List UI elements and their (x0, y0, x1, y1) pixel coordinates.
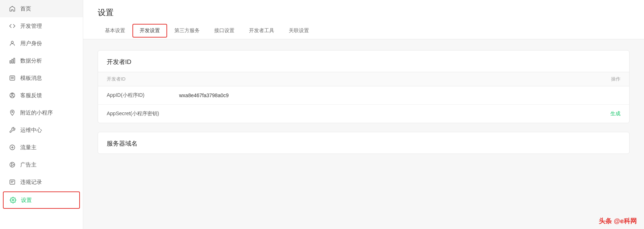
appid-value: wxa8e467fa3798a0c9 (179, 92, 620, 98)
page-title: 设置 (98, 7, 630, 18)
sidebar-item-home[interactable]: 首页 (0, 0, 83, 17)
appsecret-label: AppSecret(小程序密钥) (107, 111, 179, 117)
sidebar-item-nearby-miniapp[interactable]: 附近的小程序 (0, 104, 83, 121)
main-content: 设置 基本设置 开发设置 第三方服务 接口设置 开发者工具 关联设置 开发者ID… (83, 0, 644, 229)
ad-icon (9, 161, 16, 168)
feedback-icon (9, 92, 16, 99)
location-icon (9, 109, 16, 116)
sidebar-item-advertiser[interactable]: 广告主 (0, 156, 83, 173)
developer-id-table-header: 开发者ID 操作 (98, 72, 629, 86)
developer-id-section-title: 开发者ID (98, 51, 629, 72)
sidebar-item-violation-record-label: 违规记录 (20, 179, 42, 186)
table-header-col1: 开发者ID (107, 76, 126, 82)
sidebar-item-traffic-owner[interactable]: 流量主 (0, 139, 83, 156)
chart-icon (9, 57, 16, 64)
developer-id-section: 开发者ID 开发者ID 操作 AppID(小程序ID) wxa8e467fa37… (98, 50, 630, 123)
sidebar-item-dev-manage[interactable]: 开发管理 (0, 17, 83, 35)
server-domain-section-title: 服务器域名 (98, 132, 629, 154)
gear-icon (9, 196, 17, 204)
table-row: AppSecret(小程序密钥) 生成 (98, 105, 629, 123)
home-icon (9, 5, 16, 12)
sidebar-item-advertiser-label: 广告主 (20, 161, 37, 168)
generate-button[interactable]: 生成 (610, 111, 620, 117)
svg-point-8 (12, 94, 13, 95)
appid-label: AppID(小程序ID) (107, 92, 179, 99)
svg-rect-2 (12, 59, 13, 63)
svg-rect-3 (14, 58, 15, 63)
sidebar-item-customer-feedback[interactable]: 客服反馈 (0, 87, 83, 104)
tab-api[interactable]: 接口设置 (207, 24, 242, 39)
wrench-icon (9, 126, 16, 134)
sidebar-item-data-analysis[interactable]: 数据分析 (0, 52, 83, 69)
sidebar-item-customer-feedback-label: 客服反馈 (20, 92, 42, 99)
svg-point-9 (12, 111, 13, 113)
sidebar-item-ops-center[interactable]: 运维中心 (0, 121, 83, 139)
sidebar-item-violation-record[interactable]: 违规记录 (0, 173, 83, 191)
svg-rect-1 (10, 61, 11, 63)
sidebar-item-template-msg-label: 模板消息 (20, 75, 42, 82)
tab-bar: 基本设置 开发设置 第三方服务 接口设置 开发者工具 关联设置 (98, 24, 630, 39)
svg-point-0 (11, 41, 13, 43)
sidebar-item-traffic-owner-label: 流量主 (20, 144, 37, 151)
svg-rect-12 (10, 180, 15, 184)
sidebar-item-data-analysis-label: 数据分析 (20, 57, 42, 64)
sidebar-item-user-identity[interactable]: 用户身份 (0, 35, 83, 52)
svg-point-15 (12, 199, 14, 201)
server-domain-section: 服务器域名 (98, 132, 630, 154)
svg-rect-4 (10, 76, 15, 80)
violation-icon (9, 178, 16, 186)
table-header-col2: 操作 (611, 76, 620, 82)
sidebar-item-ops-center-label: 运维中心 (20, 127, 42, 134)
sidebar-item-settings[interactable]: 设置 (3, 191, 80, 209)
sidebar: 首页 开发管理 用户身份 数据分析 模板消息 客服反馈 附近的小 (0, 0, 83, 229)
tab-dev-tools[interactable]: 开发者工具 (242, 24, 281, 39)
tab-third-party[interactable]: 第三方服务 (167, 24, 207, 39)
sidebar-item-nearby-miniapp-label: 附近的小程序 (20, 109, 53, 116)
sidebar-item-home-label: 首页 (20, 5, 31, 12)
user-icon (9, 40, 16, 47)
content-area: 开发者ID 开发者ID 操作 AppID(小程序ID) wxa8e467fa37… (83, 39, 644, 229)
code-icon (9, 22, 16, 30)
sidebar-item-template-msg[interactable]: 模板消息 (0, 69, 83, 87)
tab-basic[interactable]: 基本设置 (98, 24, 132, 39)
sidebar-item-dev-manage-label: 开发管理 (20, 23, 42, 30)
table-row: AppID(小程序ID) wxa8e467fa3798a0c9 (98, 86, 629, 105)
tab-related[interactable]: 关联设置 (281, 24, 316, 39)
sidebar-item-user-identity-label: 用户身份 (20, 40, 42, 47)
page-header: 设置 基本设置 开发设置 第三方服务 接口设置 开发者工具 关联设置 (83, 0, 644, 39)
traffic-icon (9, 144, 16, 151)
tab-dev[interactable]: 开发设置 (132, 24, 167, 38)
sidebar-item-settings-label: 设置 (21, 197, 32, 204)
template-icon (9, 74, 16, 82)
